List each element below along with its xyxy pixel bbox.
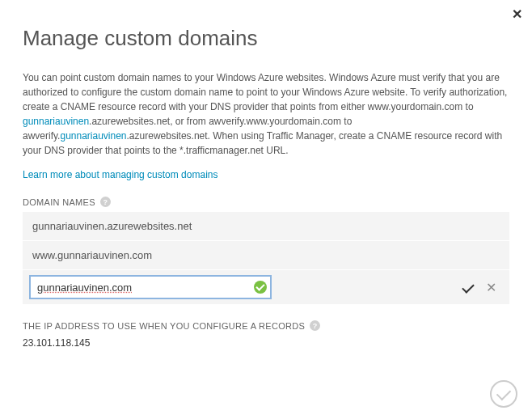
domain-input[interactable] — [29, 275, 272, 299]
domain-row: www.gunnariauvinen.com — [23, 241, 509, 270]
ip-label: THE IP ADDRESS TO USE WHEN YOU CONFIGURE… — [23, 320, 509, 331]
cancel-row-icon[interactable]: ✕ — [486, 280, 496, 295]
domain-list: gunnariauvinen.azurewebsites.net www.gun… — [23, 212, 509, 304]
label-text: DOMAIN NAMES — [23, 197, 95, 207]
help-icon[interactable]: ? — [310, 320, 320, 331]
site-link-1[interactable]: gunnariauvinen — [23, 116, 89, 127]
confirm-button[interactable] — [490, 380, 517, 408]
help-icon[interactable]: ? — [100, 197, 111, 207]
label-text: THE IP ADDRESS TO USE WHEN YOU CONFIGURE… — [23, 321, 305, 331]
description-text: You can point custom domain names to you… — [23, 70, 509, 158]
domain-names-label: DOMAIN NAMES ? — [23, 197, 509, 207]
row-actions: ✕ — [465, 280, 503, 295]
site-link-2[interactable]: gunnariauvinen — [60, 130, 126, 142]
learn-more-link[interactable]: Learn more about managing custom domains — [23, 169, 217, 180]
confirm-row-icon[interactable] — [465, 281, 471, 293]
domain-input-row: ✕ — [23, 270, 509, 304]
domain-input-wrap — [29, 275, 272, 299]
domain-row: gunnariauvinen.azurewebsites.net — [23, 212, 509, 241]
valid-check-icon — [254, 281, 267, 294]
desc-part: You can point custom domain names to you… — [23, 72, 507, 112]
ip-address-value: 23.101.118.145 — [23, 337, 509, 349]
page-title: Manage custom domains — [23, 26, 509, 51]
close-icon[interactable]: ✕ — [512, 6, 522, 22]
